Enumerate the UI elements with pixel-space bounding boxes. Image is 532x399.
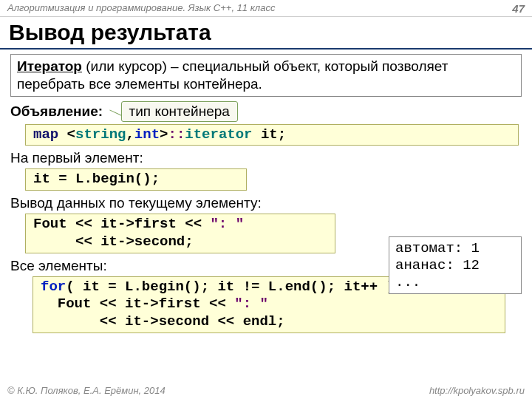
- slide-header: Алгоритмизация и программирование. Язык …: [0, 0, 532, 17]
- slide-footer: © К.Ю. Поляков, Е.А. Ерёмин, 2014 http:/…: [7, 385, 525, 396]
- first-element-label: На первый элемент:: [10, 150, 143, 166]
- definition-box: Итератор (или курсор) – специальный объе…: [10, 54, 522, 97]
- code-begin: it = L.begin();: [25, 168, 247, 191]
- slide-title: Вывод результата: [0, 17, 532, 50]
- course-title: Алгоритмизация и программирование. Язык …: [7, 2, 275, 15]
- output-line: ананас: 12: [395, 257, 515, 274]
- declaration-row: Объявление: тип контейнера: [10, 101, 522, 122]
- declaration-label: Объявление:: [10, 103, 103, 120]
- output-line: автомат: 1: [395, 240, 515, 257]
- type-callout: тип контейнера: [121, 101, 238, 122]
- all-elements-label: Все элементы:: [10, 258, 107, 274]
- definition-text: (или курсор) – специальный объект, котор…: [17, 58, 448, 92]
- definition-term: Итератор: [17, 58, 82, 74]
- code-declaration: map <string,int>::iterator it;: [25, 124, 519, 146]
- page-number: 47: [512, 2, 525, 15]
- output-current-label: Вывод данных по текущему элементу:: [10, 195, 262, 211]
- sample-output-box: автомат: 1 ананас: 12 ...: [389, 236, 522, 294]
- copyright: © К.Ю. Поляков, Е.А. Ерёмин, 2014: [7, 385, 166, 396]
- code-output-current: Fout << it->first << ": " << it->second;: [25, 214, 335, 253]
- footer-url: http://kpolyakov.spb.ru: [429, 385, 525, 396]
- output-line: ...: [395, 274, 515, 291]
